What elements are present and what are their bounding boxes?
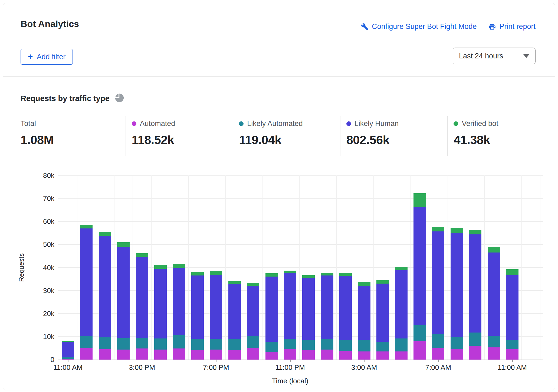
gridline (484, 175, 485, 360)
chart-bar-8-00-am[interactable] (451, 228, 463, 360)
bar-segment-verified-bot (284, 271, 296, 273)
gridline (411, 175, 411, 360)
chart-bar-3-00-am[interactable] (358, 282, 370, 360)
chart-bar-3-00-pm[interactable] (136, 253, 148, 360)
legend-dot (132, 121, 136, 126)
x-tick-label: 11:00 AM (498, 363, 527, 372)
x-tick-mark (290, 360, 291, 362)
stat-verified-bot[interactable]: Verified bot41.38k (447, 116, 555, 156)
requests-by-traffic-type-section: Requests by traffic type Total1.08MAutom… (3, 77, 555, 390)
chart-bar-12-00-pm[interactable] (80, 225, 93, 360)
bar-segment-automated (469, 346, 481, 360)
chart-bar-2-00-am[interactable] (339, 273, 352, 360)
y-tick-label: 0 (25, 356, 54, 364)
bar-segment-likely-human (358, 286, 370, 340)
bar-segment-automated (358, 351, 370, 360)
bar-segment-likely-human (136, 257, 148, 338)
stat-label: Total (21, 119, 36, 128)
configure-super-bot-fight-mode-link[interactable]: Configure Super Bot Fight Mode (361, 22, 477, 31)
stat-automated[interactable]: Automated118.52k (126, 116, 233, 156)
gridline (59, 175, 59, 360)
chart-bar-9-00-am[interactable] (469, 230, 481, 360)
y-tick-label: 20k (25, 310, 54, 318)
bar-segment-likely-automated (247, 336, 259, 348)
chart-bar-11-00-am[interactable] (62, 341, 74, 360)
stat-total[interactable]: Total1.08M (3, 116, 126, 156)
chart-bar-7-00-pm[interactable] (210, 271, 222, 360)
bar-segment-verified-bot (228, 281, 241, 284)
chart-bar-4-00-pm[interactable] (154, 265, 167, 360)
chart-bar-1-00-pm[interactable] (99, 232, 111, 360)
bar-segment-likely-automated (413, 325, 426, 341)
legend-dot (239, 121, 244, 126)
add-filter-label: Add filter (37, 53, 66, 61)
gridline (355, 175, 355, 360)
gridline (503, 175, 503, 360)
bar-segment-likely-human (302, 278, 315, 340)
gridline (244, 175, 244, 360)
chart-bar-9-00-pm[interactable] (247, 283, 259, 360)
legend-dot (454, 121, 458, 126)
x-tick-mark (512, 360, 513, 362)
stat-value: 41.38k (454, 133, 555, 147)
chart-bar-8-00-pm[interactable] (228, 281, 241, 360)
x-tick-label: 3:00 PM (129, 363, 155, 372)
gridline (299, 175, 300, 360)
bar-segment-automated (154, 350, 167, 360)
bar-segment-likely-human (210, 275, 222, 339)
bar-segment-likely-human (469, 234, 481, 333)
chart-bar-1-00-am[interactable] (321, 273, 333, 360)
bar-segment-likely-automated (99, 337, 111, 349)
bar-segment-verified-bot (99, 232, 111, 236)
bar-segment-likely-human (99, 236, 111, 337)
chart-bar-10-00-pm[interactable] (265, 273, 278, 360)
stat-likely-automated[interactable]: Likely Automated119.04k (233, 116, 340, 156)
chart-bar-10-00-am[interactable] (488, 247, 500, 360)
gridline (77, 175, 77, 360)
bar-segment-automated (136, 348, 148, 360)
bar-segment-likely-human (321, 275, 333, 339)
chart-bar-6-00-am[interactable] (413, 193, 426, 360)
bar-segment-verified-bot (173, 264, 185, 268)
chart-bar-2-00-pm[interactable] (117, 242, 130, 360)
chart-bar-4-00-am[interactable] (376, 280, 389, 360)
configure-link-label: Configure Super Bot Fight Mode (372, 22, 477, 31)
bar-segment-likely-human (247, 286, 259, 336)
wrench-icon (361, 23, 369, 31)
chart-bar-12-00-am[interactable] (302, 275, 315, 360)
bar-segment-verified-bot (210, 271, 222, 275)
x-tick-label: 11:00 PM (275, 363, 305, 372)
chart-bar-6-00-pm[interactable] (191, 272, 204, 360)
y-tick-label: 70k (25, 194, 54, 203)
legend-dot (346, 121, 351, 126)
time-range-select[interactable]: Last 24 hours (453, 48, 536, 64)
stat-likely-human[interactable]: Likely Human802.56k (340, 116, 448, 156)
chart-bar-5-00-pm[interactable] (173, 264, 185, 360)
bar-segment-verified-bot (154, 265, 167, 269)
bar-segment-automated (488, 347, 500, 360)
chart-bar-7-00-am[interactable] (432, 227, 444, 360)
gridline (188, 175, 189, 360)
gridline (96, 175, 96, 360)
bar-segment-likely-human (117, 247, 130, 338)
bar-segment-verified-bot (432, 227, 444, 231)
add-filter-button[interactable]: + Add filter (21, 49, 73, 65)
print-report-link[interactable]: Print report (488, 22, 536, 31)
chart-bar-11-00-am[interactable] (506, 269, 518, 360)
print-link-label: Print report (499, 22, 536, 31)
bar-segment-automated (80, 348, 93, 360)
bar-segment-automated (376, 351, 389, 360)
bar-segment-likely-human (413, 207, 426, 325)
x-tick-mark (364, 360, 365, 362)
chart-bar-11-00-pm[interactable] (284, 271, 296, 360)
card-header: Bot Analytics Configure Super Bot Fight … (3, 3, 555, 77)
chart-bar-5-00-am[interactable] (395, 267, 408, 360)
bar-segment-likely-human (173, 268, 185, 335)
gridline (373, 175, 374, 360)
gridline (225, 175, 226, 360)
x-axis-title: Time (local) (272, 377, 308, 385)
stats-row: Total1.08MAutomated118.52kLikely Automat… (3, 116, 555, 156)
bar-segment-verified-bot (506, 269, 518, 275)
bar-segment-likely-human (451, 233, 463, 337)
gridline (521, 175, 522, 360)
